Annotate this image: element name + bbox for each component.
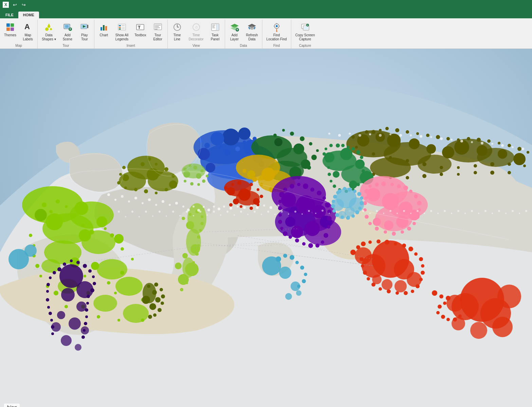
svg-point-126 [114,234,124,244]
undo-button[interactable]: ↩ [12,2,18,7]
svg-point-418 [368,240,372,244]
svg-point-257 [302,242,306,246]
svg-point-183 [238,189,251,201]
svg-point-189 [250,183,253,186]
refresh-data-button[interactable]: RefreshData [243,20,261,42]
tab-bar: FILE HOME [0,9,532,18]
svg-point-292 [436,135,440,139]
capture-group-label: Capture [293,43,318,49]
time-decorator-button[interactable]: ⏱ TimeDecorator [186,20,206,42]
svg-point-484 [51,325,54,329]
svg-point-443 [443,302,446,305]
svg-point-472 [85,315,88,318]
svg-rect-40 [212,25,215,25]
bing-logo: bing [4,404,20,407]
time-line-label: TimeLine [173,33,181,41]
svg-point-74 [210,132,224,146]
svg-point-352 [24,245,37,257]
tour-editor-button[interactable]: TourEditor [150,20,166,42]
svg-point-370 [382,193,399,210]
svg-point-288 [395,128,399,132]
svg-point-582 [301,213,303,215]
svg-point-445 [436,311,440,314]
svg-point-513 [148,198,151,201]
add-scene-button[interactable]: + AddScene [59,20,76,42]
svg-point-204 [202,179,205,183]
svg-rect-59 [304,26,308,30]
svg-point-388 [412,222,416,225]
svg-point-150 [117,319,120,322]
svg-point-568 [206,214,208,216]
redo-button[interactable]: ↪ [20,2,27,7]
tour-group-label: Tour [39,43,93,49]
map-container[interactable]: bing [0,49,532,407]
show-all-legends-button[interactable]: Show AllLegends [113,20,131,42]
svg-point-424 [414,252,418,256]
task-panel-label: TaskPanel [211,33,220,41]
themes-button[interactable]: Themes [1,20,19,38]
find-location-button[interactable]: FindLocation Find [264,20,290,42]
svg-point-633 [335,213,339,217]
find-location-icon [271,22,282,33]
svg-point-300 [517,147,521,151]
map-labels-button[interactable]: A MapLabels [20,20,36,42]
svg-point-91 [273,134,277,137]
svg-point-258 [295,238,299,243]
svg-point-627 [360,201,364,205]
tab-file[interactable]: FILE [1,12,18,18]
svg-point-302 [355,146,358,149]
map-group-items: Themes A MapLabels [1,20,36,43]
svg-point-337 [356,150,360,154]
svg-point-380 [390,183,394,186]
svg-point-259 [289,235,292,239]
svg-point-373 [396,216,408,228]
data-shapes-button[interactable]: DataShapes ▾ [39,20,59,42]
svg-point-121 [41,259,60,273]
svg-point-79 [235,147,240,151]
svg-point-264 [278,206,282,210]
svg-point-496 [158,308,162,312]
svg-rect-10 [65,25,69,28]
textbox-button[interactable]: T Textbox [132,20,149,38]
play-tour-label: PlayTour [81,33,88,41]
svg-point-498 [148,315,152,319]
svg-point-459 [75,344,81,351]
svg-point-523 [207,209,210,211]
svg-point-125 [96,216,107,227]
add-layer-button[interactable]: + AddLayer [226,20,243,42]
svg-point-118 [93,295,117,312]
svg-point-427 [421,271,425,275]
svg-point-357 [296,290,301,296]
svg-point-350 [326,159,329,162]
chart-button[interactable]: Chart [96,20,112,38]
svg-point-252 [327,225,330,229]
svg-point-637 [333,195,337,199]
svg-point-442 [446,296,451,301]
svg-rect-1 [11,23,14,27]
svg-point-426 [421,264,424,268]
svg-point-309 [474,164,477,168]
task-panel-button[interactable]: TaskPanel [207,20,223,42]
svg-point-393 [375,227,379,231]
svg-rect-31 [155,27,160,28]
svg-point-218 [189,213,191,216]
svg-point-516 [169,204,171,206]
svg-point-146 [114,292,117,294]
add-scene-label: AddScene [63,33,72,41]
play-tour-button[interactable]: PlayTour [76,20,93,42]
tab-home[interactable]: HOME [18,12,39,18]
svg-point-277 [442,146,454,158]
copy-screen-button[interactable]: + Copy ScreenCapture [293,20,318,42]
svg-point-356 [285,293,292,300]
svg-point-296 [477,138,481,142]
time-line-button[interactable]: TimeLine [169,20,185,42]
svg-point-586 [329,213,330,214]
svg-point-595 [389,210,391,212]
ribbon-group-map: Themes A MapLabels Map [0,20,38,49]
time-decorator-icon: ⏱ [191,22,202,33]
svg-point-628 [358,207,362,210]
svg-point-395 [365,215,369,219]
globe-map [0,49,532,407]
svg-point-197 [183,171,190,178]
svg-point-537 [349,133,351,135]
